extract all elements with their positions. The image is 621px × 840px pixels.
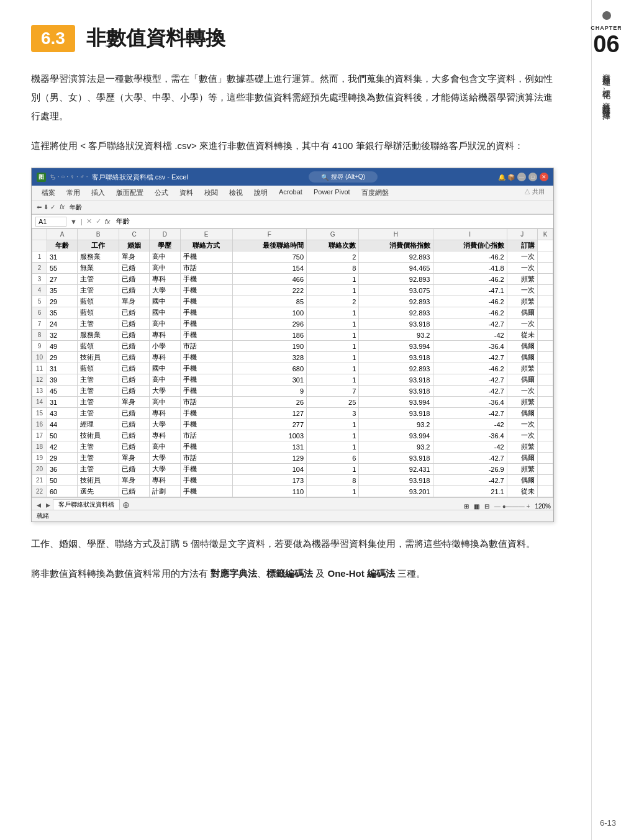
table-cell[interactable]: 1 [307,318,359,330]
table-cell[interactable]: 1 [307,363,359,374]
menu-baidu[interactable]: 百度網盤 [356,187,394,199]
table-cell[interactable]: 93.918 [359,352,433,363]
table-cell[interactable]: 藍領 [78,307,119,318]
table-cell[interactable]: 國中 [150,307,180,318]
table-cell[interactable]: -42 [433,441,507,453]
table-cell[interactable]: 301 [232,374,306,386]
table-cell[interactable]: 110 [232,486,306,497]
table-cell[interactable]: 1 [307,274,359,285]
table-cell[interactable]: 專科 [150,475,180,486]
table-cell[interactable]: 單身 [119,251,150,263]
table-cell[interactable]: 最後聯絡時間 [232,240,306,251]
table-cell[interactable]: 手機 [180,408,232,419]
menu-data[interactable]: 資料 [175,187,198,199]
table-cell[interactable]: 主管 [78,285,119,296]
table-cell[interactable]: 手機 [180,363,232,374]
table-cell[interactable]: -41.8 [433,263,507,274]
table-cell[interactable]: 24 [47,318,78,330]
table-cell[interactable]: 頻繁 [507,441,537,453]
table-cell[interactable]: 92.893 [359,296,433,307]
table-cell[interactable]: 190 [232,341,306,352]
table-cell[interactable]: 1 [307,352,359,363]
table-cell[interactable]: 手機 [180,318,232,330]
table-cell[interactable]: -46.2 [433,363,507,374]
table-cell[interactable]: 466 [232,274,306,285]
table-cell[interactable]: 市話 [180,263,232,274]
table-cell[interactable]: 手機 [180,464,232,475]
table-cell[interactable]: 高中 [150,374,180,386]
table-cell[interactable]: 主管 [78,441,119,453]
sheet-tab-arrow-right[interactable]: ▸ [43,500,53,510]
table-cell[interactable]: 從未 [507,330,537,341]
minimize-btn[interactable]: — [517,173,526,181]
table-cell[interactable]: 單身 [119,397,150,408]
table-cell[interactable]: -46.2 [433,274,507,285]
table-cell[interactable]: 1 [307,285,359,296]
table-cell[interactable]: 手機 [180,352,232,363]
table-cell[interactable]: 主管 [78,453,119,464]
table-cell[interactable]: 1 [307,486,359,497]
zoom-slider[interactable]: — ●——— + [494,503,530,510]
table-cell[interactable]: 55 [47,263,78,274]
table-cell[interactable]: 主管 [78,274,119,285]
table-cell[interactable]: 一次 [507,430,537,441]
table-cell[interactable]: -42.7 [433,352,507,363]
table-cell[interactable]: 市話 [180,430,232,441]
table-cell[interactable]: 單身 [119,475,150,486]
table-cell[interactable]: 100 [232,307,306,318]
menu-layout[interactable]: 版面配置 [111,187,148,199]
table-cell[interactable]: 小學 [150,341,180,352]
table-cell[interactable]: 市話 [180,341,232,352]
menu-home[interactable]: 常用 [61,187,85,199]
table-cell[interactable]: 偶爾 [507,453,537,464]
table-cell[interactable]: -46.2 [433,296,507,307]
table-cell[interactable]: 29 [47,352,78,363]
table-cell[interactable]: 222 [232,285,306,296]
menu-formula[interactable]: 公式 [150,187,173,199]
table-cell[interactable]: 已婚 [119,341,150,352]
table-cell[interactable]: 1003 [232,430,306,441]
table-cell[interactable]: 21.1 [433,486,507,497]
table-cell[interactable]: 高中 [150,441,180,453]
table-cell[interactable]: 手機 [180,374,232,386]
table-cell[interactable]: 單身 [119,296,150,307]
table-cell[interactable]: 消費信心指數 [433,240,507,251]
table-cell[interactable]: 主管 [78,464,119,475]
table-cell[interactable]: 一次 [507,318,537,330]
table-cell[interactable]: 1 [307,441,359,453]
table-cell[interactable]: 8 [307,475,359,486]
table-cell[interactable]: 750 [232,251,306,263]
table-cell[interactable]: 1 [307,464,359,475]
view-layout-btn[interactable]: ▦ [474,503,479,510]
menu-review[interactable]: 校閱 [199,187,223,199]
table-cell[interactable]: 2 [307,296,359,307]
table-cell[interactable]: 36 [47,464,78,475]
table-cell[interactable]: 277 [232,419,306,430]
table-cell[interactable]: 93.994 [359,430,433,441]
view-normal-btn[interactable]: ⊞ [464,503,469,510]
table-cell[interactable]: 92.893 [359,251,433,263]
table-cell[interactable]: 93.994 [359,397,433,408]
table-cell[interactable]: 85 [232,296,306,307]
close-btn[interactable]: ✕ [540,173,548,181]
table-cell[interactable]: 6 [307,453,359,464]
sheet-tab-main[interactable]: 客戶聯絡狀況資料檔 [53,499,120,510]
table-cell[interactable]: 93.075 [359,285,433,296]
table-cell[interactable]: 手機 [180,486,232,497]
table-cell[interactable]: -36.4 [433,430,507,441]
table-cell[interactable]: 173 [232,475,306,486]
table-cell[interactable]: 93.918 [359,318,433,330]
table-cell[interactable]: -42.7 [433,475,507,486]
menu-insert[interactable]: 插入 [86,187,110,199]
table-cell[interactable]: 藍領 [78,341,119,352]
table-cell[interactable]: 已婚 [119,263,150,274]
table-cell[interactable]: 技術員 [78,352,119,363]
menu-acrobat[interactable]: Acrobat [274,187,307,199]
table-cell[interactable]: 27 [47,274,78,285]
table-cell[interactable]: 大學 [150,453,180,464]
table-cell[interactable]: 偶爾 [507,408,537,419]
table-cell[interactable]: 93.918 [359,374,433,386]
table-cell[interactable]: 已婚 [119,408,150,419]
table-cell[interactable]: 93.918 [359,475,433,486]
table-cell[interactable]: 已婚 [119,307,150,318]
